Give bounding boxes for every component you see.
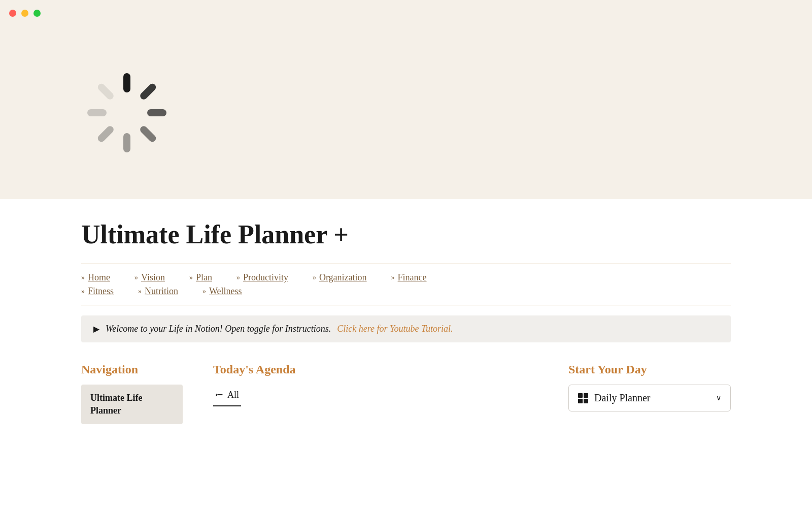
svg-rect-7	[96, 82, 115, 101]
list-icon: ≔	[215, 390, 223, 400]
svg-rect-5	[96, 124, 115, 143]
svg-rect-3	[139, 124, 157, 143]
bottom-section: Navigation Ultimate Life Planner Today's…	[81, 363, 731, 424]
svg-rect-2	[147, 109, 166, 116]
nav-item-finance[interactable]: » Finance	[391, 272, 427, 283]
nav-item-wellness[interactable]: » Wellness	[202, 286, 242, 297]
agenda-column: Today's Agenda ≔ All	[213, 363, 538, 406]
loading-spinner	[81, 67, 173, 158]
chevron-down-icon: ∨	[716, 394, 721, 402]
svg-rect-4	[123, 133, 130, 152]
traffic-light-yellow[interactable]	[21, 10, 28, 17]
nav-chevron-plan: »	[189, 274, 193, 282]
grid-cell-3	[578, 399, 583, 403]
svg-rect-6	[87, 109, 107, 116]
nav-card-life-planner[interactable]: Ultimate Life Planner	[81, 385, 183, 424]
spinner-container	[81, 67, 173, 158]
nav-item-organization[interactable]: » Organization	[313, 272, 367, 283]
nav-item-nutrition[interactable]: » Nutrition	[138, 286, 178, 297]
nav-link-home[interactable]: Home	[88, 272, 110, 283]
toggle-arrow-icon[interactable]: ▶	[93, 324, 99, 334]
traffic-light-red[interactable]	[9, 10, 16, 17]
agenda-tabs: ≔ All	[213, 385, 538, 406]
nav-item-home[interactable]: » Home	[81, 272, 110, 283]
daily-planner-card[interactable]: Daily Planner ∨	[568, 385, 731, 411]
nav-chevron-organization: »	[313, 274, 316, 282]
start-heading: Start Your Day	[568, 363, 731, 376]
nav-top-divider	[81, 264, 731, 264]
nav-bottom-divider	[81, 305, 731, 305]
nav-item-fitness[interactable]: » Fitness	[81, 286, 114, 297]
nav-link-vision[interactable]: Vision	[141, 272, 165, 283]
instruction-bar[interactable]: ▶ Welcome to your Life in Notion! Open t…	[81, 315, 731, 342]
agenda-tab-all[interactable]: ≔ All	[213, 385, 241, 406]
nav-item-vision[interactable]: » Vision	[134, 272, 165, 283]
nav-item-plan[interactable]: » Plan	[189, 272, 212, 283]
start-column: Start Your Day Daily Planner ∨	[568, 363, 731, 411]
grid-cell-1	[578, 393, 583, 398]
nav-chevron-productivity: »	[236, 274, 240, 282]
nav-chevron-home: »	[81, 274, 85, 282]
agenda-heading: Today's Agenda	[213, 363, 538, 376]
nav-link-nutrition[interactable]: Nutrition	[145, 286, 178, 297]
navigation-column: Navigation Ultimate Life Planner	[81, 363, 183, 424]
nav-link-finance[interactable]: Finance	[398, 272, 427, 283]
nav-link-plan[interactable]: Plan	[196, 272, 212, 283]
nav-chevron-finance: »	[391, 274, 395, 282]
nav-item-productivity[interactable]: » Productivity	[236, 272, 288, 283]
page-title: Ultimate Life Planner +	[81, 219, 731, 249]
nav-links: » Home » Vision » Plan » Productivity » …	[81, 272, 731, 297]
tab-all-label: All	[227, 390, 239, 400]
nav-card-title: Ultimate Life Planner	[90, 392, 174, 417]
daily-planner-label: Daily Planner	[594, 392, 651, 404]
nav-link-fitness[interactable]: Fitness	[88, 286, 114, 297]
instruction-link[interactable]: Click here for Youtube Tutorial.	[337, 324, 453, 334]
hero-banner	[0, 26, 812, 199]
nav-chevron-vision: »	[134, 274, 138, 282]
nav-chevron-fitness: »	[81, 288, 85, 296]
titlebar	[0, 0, 812, 26]
grid-cell-2	[584, 393, 588, 398]
nav-link-wellness[interactable]: Wellness	[209, 286, 242, 297]
grid-icon	[578, 393, 588, 403]
navigation-heading: Navigation	[81, 363, 183, 376]
nav-row-1: » Home » Vision » Plan » Productivity » …	[81, 272, 731, 283]
nav-link-productivity[interactable]: Productivity	[243, 272, 288, 283]
main-content: Ultimate Life Planner + » Home » Vision …	[0, 199, 812, 424]
nav-link-organization[interactable]: Organization	[319, 272, 367, 283]
nav-chevron-nutrition: »	[138, 288, 142, 296]
nav-chevron-wellness: »	[202, 288, 206, 296]
traffic-light-green[interactable]	[33, 10, 41, 17]
svg-rect-0	[123, 73, 130, 92]
grid-cell-4	[584, 399, 588, 403]
nav-row-2: » Fitness » Nutrition » Wellness	[81, 286, 731, 297]
instruction-text: Welcome to your Life in Notion! Open tog…	[106, 324, 331, 334]
svg-rect-1	[139, 82, 157, 101]
